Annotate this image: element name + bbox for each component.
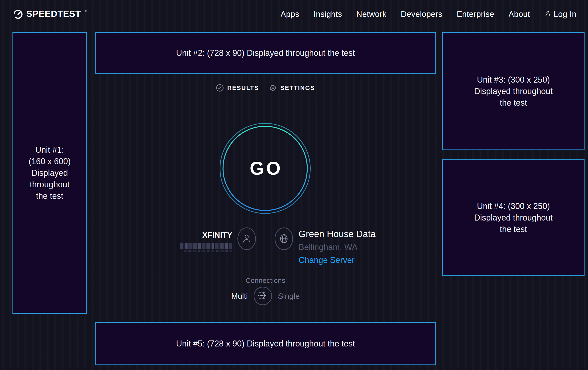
tab-bar: RESULTS SETTINGS [95, 84, 436, 92]
ad-unit-2-text: Unit #2: (728 x 90) Displayed throughout… [176, 47, 355, 59]
ad-unit-2-leaderboard[interactable]: Unit #2: (728 x 90) Displayed throughout… [95, 32, 436, 74]
provider-ip-redacted [180, 243, 232, 249]
main-nav: Apps Insights Network Developers Enterpr… [281, 10, 577, 19]
server-name: Green House Data [299, 228, 376, 240]
ad-unit-1-skyscraper[interactable]: Unit #1: (160 x 600) Displayed throughou… [12, 32, 87, 314]
top-nav-bar: SPEEDTEST ® Apps Insights Network Develo… [0, 0, 588, 28]
multi-connection-icon [258, 291, 268, 301]
connections-toggle-button[interactable] [253, 287, 272, 305]
ad-unit-5-text: Unit #5: (728 x 90) Displayed throughout… [176, 338, 355, 350]
server-info: Green House Data Bellingham, WA Change S… [275, 228, 376, 265]
ad-unit-3-rectangle[interactable]: Unit #3: (300 x 250) Displayed throughou… [442, 32, 585, 150]
nav-item-insights[interactable]: Insights [314, 10, 342, 19]
speedtest-page: SPEEDTEST ® Apps Insights Network Develo… [0, 0, 588, 370]
connections-option-single[interactable]: Single [278, 291, 300, 300]
globe-icon [275, 228, 293, 250]
login-label: Log In [554, 10, 577, 19]
logo-wordmark: SPEEDTEST [26, 9, 81, 19]
connections-label: Connections [95, 277, 436, 284]
change-server-link[interactable]: Change Server [299, 255, 355, 265]
tab-results-label: RESULTS [227, 84, 259, 91]
logo-trademark: ® [84, 9, 87, 13]
user-icon [544, 10, 551, 19]
speedtest-logo[interactable]: SPEEDTEST ® [13, 9, 87, 19]
nav-item-about[interactable]: About [509, 10, 530, 19]
ad-unit-5-leaderboard[interactable]: Unit #5: (728 x 90) Displayed throughout… [95, 322, 436, 365]
ad-unit-4-text: Unit #4: (300 x 250) Displayed throughou… [474, 200, 553, 235]
connections-section: Connections Multi Single [95, 277, 436, 306]
go-button[interactable]: GO [220, 123, 311, 214]
provider-ip-redacted-row2 [184, 250, 232, 252]
provider-name: XFINITY [202, 231, 232, 240]
ad-unit-3-text: Unit #3: (300 x 250) Displayed throughou… [474, 74, 553, 109]
tab-settings[interactable]: SETTINGS [269, 84, 315, 92]
nav-item-enterprise[interactable]: Enterprise [457, 10, 494, 19]
nav-item-apps[interactable]: Apps [281, 10, 299, 19]
nav-item-network[interactable]: Network [356, 10, 386, 19]
ad-unit-4-rectangle[interactable]: Unit #4: (300 x 250) Displayed throughou… [442, 160, 585, 276]
gear-icon [269, 84, 277, 92]
provider-info: XFINITY [180, 228, 256, 252]
server-location: Bellingham, WA [299, 242, 376, 252]
go-button-label: GO [220, 123, 311, 214]
user-circle-icon [237, 228, 256, 250]
speedtest-gauge-icon [13, 9, 23, 19]
ad-unit-1-text: Unit #1: (160 x 600) Displayed throughou… [29, 144, 71, 202]
tab-settings-label: SETTINGS [280, 84, 315, 91]
tab-results[interactable]: RESULTS [216, 84, 259, 92]
connections-option-multi[interactable]: Multi [231, 291, 248, 300]
login-link[interactable]: Log In [544, 10, 577, 19]
nav-item-developers[interactable]: Developers [401, 10, 442, 19]
check-circle-icon [216, 84, 224, 92]
